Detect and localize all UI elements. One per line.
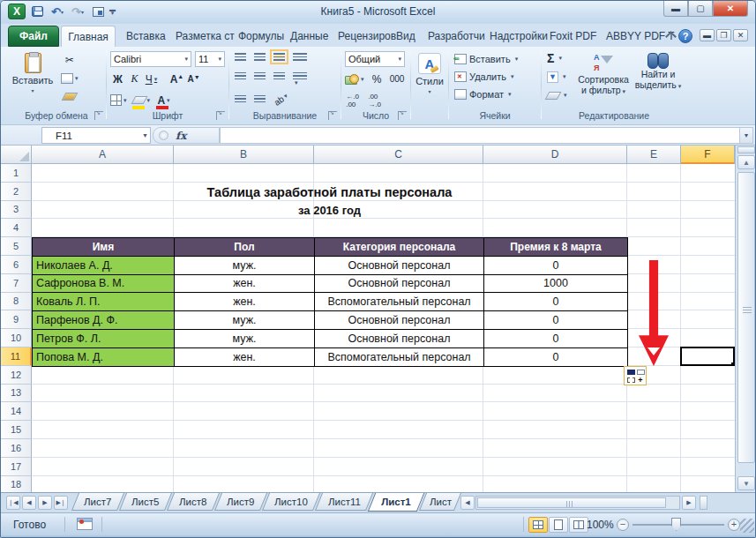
font-color-button[interactable]: А (156, 93, 171, 108)
cell-category[interactable]: Основной персонал (315, 311, 484, 330)
first-sheet-button[interactable]: ❘◀ (6, 496, 20, 510)
increase-indent-icon[interactable] (254, 95, 266, 103)
scroll-down-button[interactable]: ▼ (737, 476, 755, 490)
column-header-c[interactable]: C (314, 146, 483, 164)
cell-gender[interactable]: муж. (175, 330, 315, 348)
orientation-icon[interactable]: ab (271, 89, 292, 110)
thousands-button[interactable]: 000 (390, 71, 405, 86)
row-header[interactable]: 8 (1, 293, 32, 311)
cell-category[interactable]: Основной персонал (315, 275, 484, 294)
wrap-text-icon[interactable] (293, 53, 307, 61)
merge-center-icon[interactable] (293, 72, 307, 80)
decrease-indent-icon[interactable] (235, 95, 246, 103)
workbook-minimize-button[interactable]: ▬ (700, 29, 715, 41)
decrease-decimal-button[interactable]: .00→.0 (367, 93, 382, 108)
cell-name[interactable]: Сафронова В. М. (33, 275, 175, 294)
sheet-tab[interactable]: Лист5 (119, 493, 172, 511)
italic-button[interactable]: К (127, 71, 142, 86)
find-select-button[interactable]: Найти и выделить (633, 50, 683, 92)
name-box[interactable]: F11▼ (41, 127, 151, 144)
paste-button[interactable]: Вставить ▾ (10, 50, 56, 93)
sheet-tab-active[interactable]: Лист1 (368, 493, 424, 512)
row-header[interactable]: 13 (1, 385, 32, 403)
font-size-combo[interactable]: 11 (195, 51, 225, 67)
previous-sheet-button[interactable]: ◀ (22, 496, 36, 510)
horizontal-scrollbar[interactable] (475, 496, 680, 510)
sheet-tab[interactable]: Лист10 (262, 493, 320, 511)
minimize-button[interactable]: ▬ (663, 1, 688, 17)
next-sheet-button[interactable]: ▶ (38, 496, 52, 510)
select-all-corner[interactable] (1, 146, 32, 164)
zoom-level[interactable]: 100% (587, 519, 614, 531)
cell-category[interactable]: Основной персонал (315, 330, 484, 348)
zoom-in-button[interactable]: + (728, 519, 740, 531)
help-button[interactable]: ? (678, 29, 692, 43)
active-cell-selection[interactable] (680, 347, 735, 366)
fill-color-button[interactable] (133, 93, 151, 108)
decrease-font-button[interactable]: А▼ (186, 71, 201, 86)
sheet-tab[interactable]: Лист (419, 493, 461, 511)
column-header-a[interactable]: A (32, 146, 174, 164)
row-header[interactable]: 15 (1, 421, 32, 439)
clear-button[interactable] (545, 87, 569, 103)
tab-file[interactable]: Файл (8, 26, 59, 47)
table-header-category[interactable]: Категория персонала (315, 238, 484, 257)
insert-cells-button[interactable]: Вставить (453, 50, 520, 68)
cell-bonus[interactable]: 0 (484, 293, 628, 311)
tab-foxit-pdf[interactable]: Foxit PDF (541, 26, 605, 47)
table-header-name[interactable]: Имя (33, 238, 175, 257)
fill-button[interactable]: ▼ (545, 69, 569, 85)
copy-button[interactable] (61, 71, 79, 86)
collapse-ribbon-button[interactable] (664, 29, 677, 41)
row-header[interactable]: 9 (1, 310, 32, 329)
increase-decimal-button[interactable]: ←.0.00 (345, 93, 360, 108)
underline-button[interactable]: Ч (144, 71, 159, 86)
maximize-button[interactable]: ▢ (688, 1, 713, 17)
clipboard-dialog-launcher[interactable] (94, 111, 103, 120)
row-header[interactable]: 5 (1, 237, 32, 256)
cell-gender[interactable]: муж. (175, 311, 315, 330)
cell-category[interactable]: Вспомогательный персонал (315, 293, 484, 311)
delete-cells-button[interactable]: Удалить (453, 68, 520, 86)
cell-bonus[interactable]: 0 (484, 257, 628, 275)
currency-button[interactable] (345, 71, 364, 86)
row-header-selected[interactable]: 11 (1, 347, 32, 366)
cell-gender[interactable]: жен. (175, 293, 315, 311)
paste-options-button[interactable]: + (624, 366, 647, 385)
bold-button[interactable]: Ж (110, 71, 125, 86)
workbook-close-button[interactable]: ✕ (733, 29, 748, 41)
row-header[interactable]: 1 (1, 164, 32, 183)
row-header[interactable]: 17 (1, 458, 32, 476)
row-header[interactable]: 2 (1, 183, 32, 201)
vertical-scrollbar[interactable]: ▲ ▼ (735, 146, 756, 492)
percent-button[interactable]: % (370, 71, 385, 86)
cell-bonus[interactable]: 0 (484, 348, 628, 367)
increase-font-button[interactable]: А▲ (169, 71, 184, 86)
column-header-e[interactable]: E (627, 146, 681, 164)
autosum-button[interactable]: Σ (545, 50, 569, 66)
row-header[interactable]: 6 (1, 256, 32, 274)
row-header[interactable]: 10 (1, 329, 32, 347)
horizontal-scroll-thumb[interactable] (477, 497, 666, 508)
zoom-slider-thumb[interactable] (671, 518, 681, 531)
align-left-icon[interactable] (235, 72, 246, 80)
page-layout-view-button[interactable] (549, 517, 568, 533)
page-break-view-button[interactable] (569, 517, 588, 533)
scroll-right-button[interactable]: ▶ (682, 496, 696, 510)
cell-gender[interactable]: жен. (175, 348, 315, 367)
tab-insert[interactable]: Вставка (117, 26, 175, 47)
sheet-tab[interactable]: Лист9 (214, 493, 267, 511)
normal-view-button[interactable] (528, 517, 548, 533)
borders-button[interactable] (110, 93, 127, 108)
row-header[interactable]: 3 (1, 201, 32, 220)
cell-name[interactable]: Попова М. Д. (33, 348, 175, 367)
workbook-restore-button[interactable]: ❐ (716, 29, 731, 41)
cell-name[interactable]: Коваль Л. П. (33, 293, 175, 311)
number-format-combo[interactable]: Общий (345, 51, 405, 67)
cell-bonus[interactable]: 0 (484, 330, 628, 348)
format-cells-button[interactable]: Формат (453, 86, 520, 103)
tab-home[interactable]: Главная (61, 26, 116, 47)
tab-scroll-left-button[interactable]: ◀ (460, 496, 475, 510)
cell-name[interactable]: Петров Ф. Л. (33, 330, 175, 348)
insert-function-area[interactable]: fx (153, 127, 220, 144)
